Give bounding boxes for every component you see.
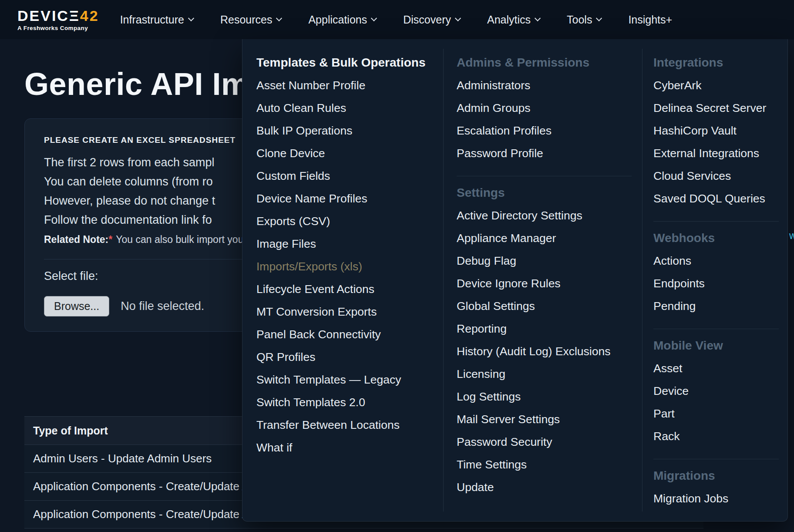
menu-item-auto-clean-rules[interactable]: Auto Clean Rules xyxy=(256,97,433,119)
truncated-link-fragment[interactable]: w xyxy=(789,230,794,242)
chevron-down-icon xyxy=(371,15,377,21)
menu-item-device-name-profiles[interactable]: Device Name Profiles xyxy=(256,187,433,210)
menu-item-transfer-between-locations[interactable]: Transfer Between Locations xyxy=(256,414,433,436)
menu-item-webhook-actions[interactable]: Actions xyxy=(653,249,779,272)
menu-item-switch-templates-2-0[interactable]: Switch Templates 2.0 xyxy=(256,391,433,414)
section-header-settings: Settings xyxy=(457,182,632,204)
menu-item-delinea-secret-server[interactable]: Delinea Secret Server xyxy=(653,97,779,119)
menu-item-log-settings[interactable]: Log Settings xyxy=(457,385,632,408)
nav-item-discovery[interactable]: Discovery xyxy=(403,13,460,26)
nav-label: Applications xyxy=(308,13,367,26)
menu-item-saved-doql-queries[interactable]: Saved DOQL Queries xyxy=(653,187,779,210)
menu-item-password-security[interactable]: Password Security xyxy=(457,431,632,453)
section-divider xyxy=(653,459,779,459)
tools-mega-menu: Templates & Bulk Operations Asset Number… xyxy=(242,39,788,522)
menu-item-device-ignore-rules[interactable]: Device Ignore Rules xyxy=(457,272,632,295)
menu-item-password-profile[interactable]: Password Profile xyxy=(457,142,632,165)
menu-item-debug-flag[interactable]: Debug Flag xyxy=(457,249,632,272)
section-divider xyxy=(653,221,779,222)
chevron-down-icon xyxy=(596,15,602,21)
menu-item-active-directory-settings[interactable]: Active Directory Settings xyxy=(457,204,632,227)
section-header-templates-bulk-operations: Templates & Bulk Operations xyxy=(256,51,433,74)
nav-item-tools[interactable]: Tools xyxy=(567,13,601,26)
top-nav-bar: DEVICΞ42 A Freshworks Company Infrastruc… xyxy=(0,0,794,39)
menu-item-image-files[interactable]: Image Files xyxy=(256,232,433,255)
device42-app-window: DEVICΞ42 A Freshworks Company Infrastruc… xyxy=(0,0,794,532)
browse-button[interactable]: Browse... xyxy=(44,296,109,317)
related-note-label: Related Note: xyxy=(44,234,108,245)
nav-label: Discovery xyxy=(403,13,451,26)
nav-label: Resources xyxy=(220,13,273,26)
menu-item-lifecycle-event-actions[interactable]: Lifecycle Event Actions xyxy=(256,278,433,300)
menu-item-administrators[interactable]: Administrators xyxy=(457,74,632,97)
menu-item-external-integrations[interactable]: External Integrations xyxy=(653,142,779,165)
menu-item-mobile-part[interactable]: Part xyxy=(653,402,779,425)
menu-item-update[interactable]: Update xyxy=(457,476,632,498)
menu-item-what-if[interactable]: What if xyxy=(256,436,433,459)
mega-menu-column-integrations: Integrations CyberArk Delinea Secret Ser… xyxy=(643,39,787,521)
menu-item-mobile-device[interactable]: Device xyxy=(653,380,779,402)
nav-item-insights-plus[interactable]: Insights+ xyxy=(628,13,672,26)
menu-item-webhook-endpoints[interactable]: Endpoints xyxy=(653,272,779,295)
menu-item-panel-back-connectivity[interactable]: Panel Back Connectivity xyxy=(256,323,433,346)
menu-item-mobile-asset[interactable]: Asset xyxy=(653,357,779,380)
nav-label: Insights+ xyxy=(628,13,672,26)
menu-item-qr-profiles[interactable]: QR Profiles xyxy=(256,346,433,368)
menu-item-licensing[interactable]: Licensing xyxy=(457,363,632,385)
menu-item-mobile-rack[interactable]: Rack xyxy=(653,425,779,448)
nav-item-applications[interactable]: Applications xyxy=(308,13,376,26)
menu-item-switch-templates-legacy[interactable]: Switch Templates — Legacy xyxy=(256,368,433,391)
menu-item-admin-groups[interactable]: Admin Groups xyxy=(457,97,632,119)
menu-item-global-settings[interactable]: Global Settings xyxy=(457,295,632,317)
chevron-down-icon xyxy=(188,15,194,21)
section-divider xyxy=(457,176,632,176)
section-header-integrations: Integrations xyxy=(653,51,779,74)
logo-wordmark: DEVICΞ42 xyxy=(17,8,99,23)
menu-item-time-settings[interactable]: Time Settings xyxy=(457,453,632,476)
nav-item-resources[interactable]: Resources xyxy=(220,13,282,26)
logo-stylized-e: Ξ xyxy=(69,7,80,24)
menu-item-exports-csv[interactable]: Exports (CSV) xyxy=(256,210,433,232)
menu-item-mt-conversion-exports[interactable]: MT Conversion Exports xyxy=(256,300,433,323)
menu-item-history-audit-log-exclusions[interactable]: History (Audit Log) Exclusions xyxy=(457,340,632,363)
file-status-text: No file selected. xyxy=(121,300,204,313)
menu-item-clone-device[interactable]: Clone Device xyxy=(256,142,433,165)
menu-item-asset-number-profile[interactable]: Asset Number Profile xyxy=(256,74,433,97)
section-header-admins-permissions: Admins & Permissions xyxy=(457,51,632,74)
mega-menu-column-admins-settings: Admins & Permissions Administrators Admi… xyxy=(444,39,642,521)
menu-item-reporting[interactable]: Reporting xyxy=(457,317,632,340)
nav-label: Analytics xyxy=(487,13,531,26)
required-asterisk: * xyxy=(108,234,112,245)
menu-item-custom-fields[interactable]: Custom Fields xyxy=(256,165,433,187)
menu-item-webhook-pending[interactable]: Pending xyxy=(653,295,779,317)
chevron-down-icon xyxy=(455,15,461,21)
menu-item-mail-server-settings[interactable]: Mail Server Settings xyxy=(457,408,632,431)
menu-item-cyberark[interactable]: CyberArk xyxy=(653,74,779,97)
section-header-webhooks: Webhooks xyxy=(653,227,779,249)
logo-text: DEVIC xyxy=(17,7,69,24)
menu-item-escalation-profiles[interactable]: Escalation Profiles xyxy=(457,119,632,142)
nav-item-analytics[interactable]: Analytics xyxy=(487,13,540,26)
menu-item-appliance-manager[interactable]: Appliance Manager xyxy=(457,227,632,249)
nav-label: Infrastructure xyxy=(120,13,184,26)
related-note-text: You can also bulk import you xyxy=(116,234,243,245)
section-divider xyxy=(653,329,779,329)
menu-item-bulk-ip-operations[interactable]: Bulk IP Operations xyxy=(256,119,433,142)
chevron-down-icon xyxy=(535,15,541,21)
menu-item-hashicorp-vault[interactable]: HashiCorp Vault xyxy=(653,119,779,142)
nav-label: Tools xyxy=(567,13,592,26)
section-header-mobile-view: Mobile View xyxy=(653,334,779,357)
menu-item-cloud-services[interactable]: Cloud Services xyxy=(653,165,779,187)
device42-logo[interactable]: DEVICΞ42 A Freshworks Company xyxy=(17,8,99,31)
chevron-down-icon xyxy=(276,15,282,21)
logo-tagline: A Freshworks Company xyxy=(17,25,99,31)
section-header-migrations: Migrations xyxy=(653,465,779,487)
nav-item-infrastructure[interactable]: Infrastructure xyxy=(120,13,193,26)
menu-item-migration-jobs[interactable]: Migration Jobs xyxy=(653,487,779,510)
logo-42: 42 xyxy=(80,7,99,24)
mega-menu-column-templates: Templates & Bulk Operations Asset Number… xyxy=(242,39,443,521)
menu-item-imports-exports-xls[interactable]: Imports/Exports (xls) xyxy=(256,255,433,278)
